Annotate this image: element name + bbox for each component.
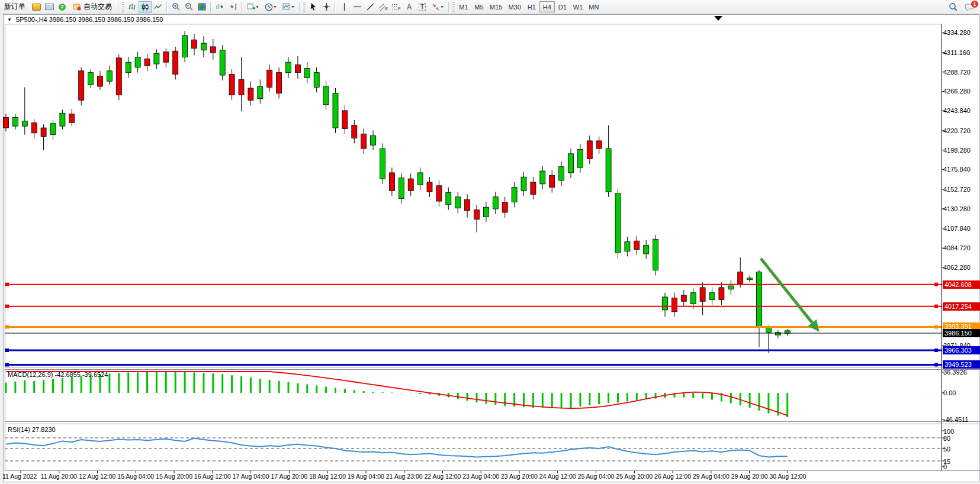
- time-axis-label: 23 Aug 04:00: [462, 473, 499, 480]
- time-axis-label: 23 Aug 20:00: [501, 473, 538, 480]
- macd-indicator: [6, 372, 788, 417]
- rsi-tick-label: 80: [943, 435, 979, 442]
- rsi-indicator: [5, 438, 942, 461]
- time-axis-label: 18 Aug 12:00: [309, 473, 346, 480]
- price-tick-label: 4107.840: [943, 225, 979, 232]
- horizontal-line-object[interactable]: [5, 325, 942, 328]
- rsi-label: RSI(14) 27.8230: [8, 426, 56, 433]
- time-axis-label: 25 Aug 04:00: [578, 473, 615, 480]
- chevron-down-icon[interactable]: ▼: [7, 17, 12, 22]
- price-tick-label: 4084.720: [943, 244, 979, 251]
- time-axis-label: 25 Aug 20:00: [616, 473, 653, 480]
- price-tick-label: 4311.160: [943, 49, 979, 56]
- time-axis-label: 15 Aug 20:00: [156, 473, 192, 480]
- rsi-tick-label: 50: [943, 446, 979, 453]
- macd-tick-label: 0.00: [943, 389, 979, 396]
- time-axis-label: 11 Aug 20:00: [41, 473, 77, 480]
- horizontal-line-object[interactable]: [5, 349, 942, 352]
- line-price-label: 3949.523: [943, 360, 980, 369]
- rsi-tick-label: 100: [943, 428, 979, 435]
- time-axis-label: 29 Aug 20:00: [731, 473, 768, 480]
- time-axis-label: 21 Aug 23:00: [386, 473, 423, 480]
- candles: [4, 31, 791, 353]
- price-tick-label: 4266.280: [943, 88, 979, 95]
- line-price-label: 4042.608: [943, 280, 980, 289]
- time-axis-label: 11 Aug 2022: [2, 473, 37, 480]
- application-window: 新订单 自动交易: [0, 0, 980, 484]
- down-arrow-object[interactable]: [761, 259, 820, 332]
- chart-title-text: SP500-,H4 3986.150 3986.150 3986.150 398…: [15, 16, 163, 23]
- time-axis-label: 30 Aug 12:00: [769, 473, 806, 480]
- time-axis-label: 17 Aug 04:00: [233, 473, 269, 480]
- price-tick-label: 4130.280: [943, 205, 979, 212]
- time-axis-label: 24 Aug 12:00: [539, 473, 576, 480]
- time-axis-label: 15 Aug 04:00: [117, 473, 154, 480]
- time-axis-label: 16 Aug 12:00: [194, 473, 231, 480]
- price-tick-label: 4243.840: [943, 107, 979, 114]
- macd-tick-label: -46.4511: [943, 416, 979, 423]
- price-tick-label: 4175.840: [943, 166, 979, 173]
- horizontal-line-object[interactable]: [5, 363, 942, 366]
- macd-tick-label: 36.3926: [943, 369, 979, 376]
- macd-label: MACD(12,26,9) -42.6855 -39.6524: [8, 371, 108, 378]
- price-tick-label: 4152.720: [943, 186, 979, 193]
- price-tick-label: 4288.720: [943, 69, 979, 76]
- chart-canvas[interactable]: [0, 0, 980, 484]
- chart-title: ▼ SP500-,H4 3986.150 3986.150 3986.150 3…: [7, 16, 163, 23]
- line-price-label: 4017.254: [943, 302, 980, 311]
- time-axis-label: 29 Aug 04:00: [693, 473, 730, 480]
- chart-shift-marker[interactable]: [714, 16, 722, 21]
- line-price-label: 3966.303: [943, 346, 980, 354]
- price-tick-label: 4062.280: [943, 264, 979, 271]
- time-axis-label: 19 Aug 04:00: [348, 473, 384, 480]
- rsi-tick-label: 0: [943, 463, 979, 470]
- time-axis-label: 12 Aug 12:00: [79, 473, 116, 480]
- horizontal-line-object[interactable]: [5, 283, 942, 286]
- time-axis-label: 22 Aug 12:00: [424, 473, 461, 480]
- current-price-label: 3986.150: [943, 329, 980, 337]
- price-tick-label: 4198.280: [943, 147, 979, 154]
- time-axis-label: 26 Aug 12:00: [654, 473, 691, 480]
- price-tick-label: 4220.720: [943, 127, 979, 134]
- price-tick-label: 4334.280: [943, 29, 979, 36]
- time-axis-label: 17 Aug 20:00: [271, 473, 307, 480]
